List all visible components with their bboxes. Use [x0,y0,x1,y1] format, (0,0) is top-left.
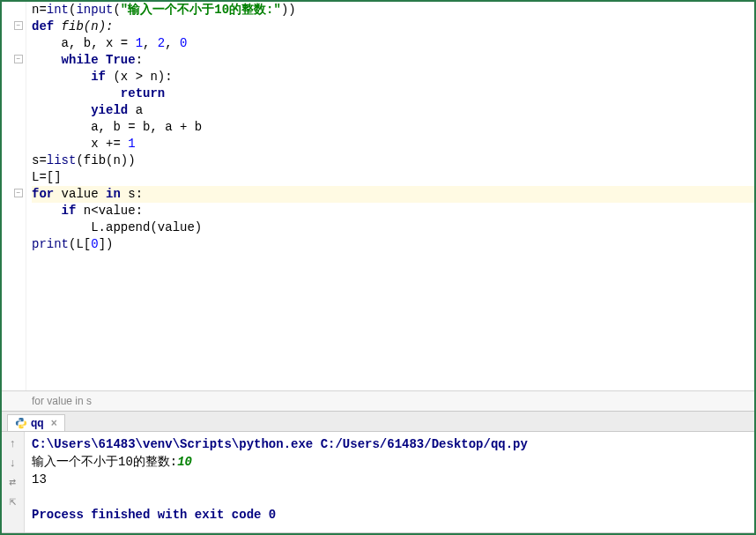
code-line[interactable]: yield a [32,102,754,119]
console-output[interactable]: C:\Users\61483\venv\Scripts\python.exe C… [25,432,754,532]
run-tab-label: qq [31,417,44,429]
code-line[interactable]: def fib(n): [32,19,754,35]
code-line[interactable]: n=int(input("输入一个不小于10的整数:")) [32,2,754,19]
export-icon[interactable]: ⇱ [6,495,20,509]
scroll-up-icon[interactable]: ↑ [6,437,20,451]
code-line[interactable]: s=list(fib(n)) [32,152,754,169]
code-editor[interactable]: − − − n=int(input("输入一个不小于10的整数:")) def … [2,2,754,390]
code-content[interactable]: n=int(input("输入一个不小于10的整数:")) def fib(n)… [2,2,754,253]
console-line: 13 [32,471,747,488]
code-line[interactable]: print(L[0]) [32,236,754,253]
console-toolbar: ↑ ↓ ⇄ ⇱ [2,432,25,532]
console-line: Process finished with exit code 0 [32,506,747,524]
fold-icon[interactable]: − [14,21,23,30]
code-line[interactable]: x += 1 [32,136,754,152]
run-tab-bar: qq × [2,411,754,432]
console-line [32,488,747,506]
soft-wrap-icon[interactable]: ⇄ [6,476,20,490]
code-line[interactable]: L.append(value) [32,219,754,236]
console-panel: ↑ ↓ ⇄ ⇱ C:\Users\61483\venv\Scripts\pyth… [2,432,754,533]
scroll-down-icon[interactable]: ↓ [6,457,20,471]
run-tab[interactable]: qq × [7,414,65,431]
code-line[interactable]: for value in s: [32,186,754,203]
code-line[interactable]: if (x > n): [32,69,754,85]
close-icon[interactable]: × [51,417,57,429]
code-line[interactable]: return [32,85,754,102]
editor-gutter: − − − [2,2,26,390]
code-line[interactable]: while True: [32,52,754,69]
code-line[interactable]: a, b, x = 1, 2, 0 [32,35,754,52]
fold-icon[interactable]: − [14,55,23,63]
code-line[interactable]: L=[] [32,169,754,186]
breadcrumb[interactable]: for value in s [2,390,754,411]
console-line: C:\Users\61483\venv\Scripts\python.exe C… [32,435,747,453]
console-line: 输入一个不小于10的整数:10 [32,453,747,471]
fold-icon[interactable]: − [14,189,23,197]
python-icon [15,417,27,429]
code-line[interactable]: a, b = b, a + b [32,119,754,136]
code-line[interactable]: if n<value: [32,203,754,219]
